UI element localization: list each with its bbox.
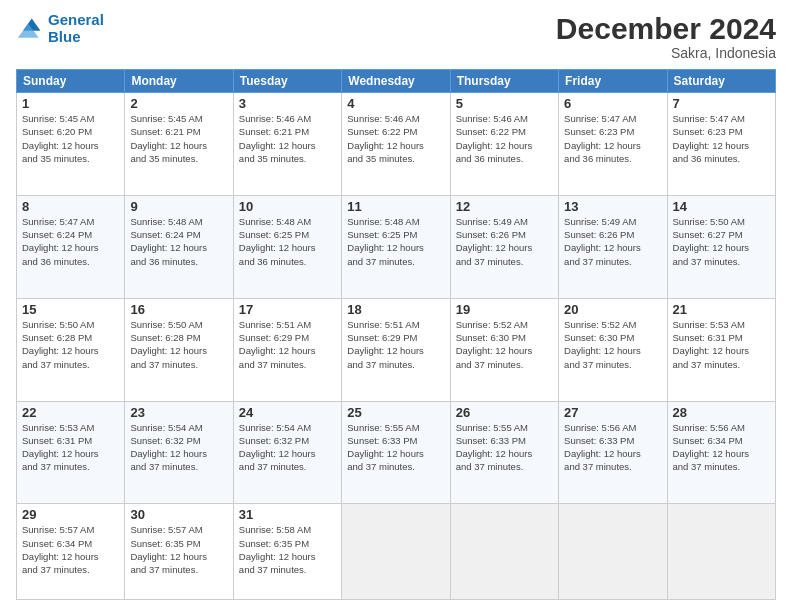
day-number: 14 [673,199,770,214]
page: General Blue December 2024 Sakra, Indone… [0,0,792,612]
col-monday: Monday [125,70,233,93]
table-row: 1Sunrise: 5:45 AM Sunset: 6:20 PM Daylig… [17,93,125,196]
day-info: Sunrise: 5:47 AM Sunset: 6:23 PM Dayligh… [673,112,770,165]
day-info: Sunrise: 5:49 AM Sunset: 6:26 PM Dayligh… [456,215,553,268]
day-info: Sunrise: 5:58 AM Sunset: 6:35 PM Dayligh… [239,523,336,576]
table-row: 7Sunrise: 5:47 AM Sunset: 6:23 PM Daylig… [667,93,775,196]
table-row: 22Sunrise: 5:53 AM Sunset: 6:31 PM Dayli… [17,401,125,504]
table-row: 20Sunrise: 5:52 AM Sunset: 6:30 PM Dayli… [559,298,667,401]
day-number: 22 [22,405,119,420]
day-info: Sunrise: 5:47 AM Sunset: 6:24 PM Dayligh… [22,215,119,268]
day-number: 6 [564,96,661,111]
day-info: Sunrise: 5:48 AM Sunset: 6:25 PM Dayligh… [347,215,444,268]
day-number: 3 [239,96,336,111]
table-row: 17Sunrise: 5:51 AM Sunset: 6:29 PM Dayli… [233,298,341,401]
day-info: Sunrise: 5:45 AM Sunset: 6:21 PM Dayligh… [130,112,227,165]
table-row: 27Sunrise: 5:56 AM Sunset: 6:33 PM Dayli… [559,401,667,504]
day-number: 5 [456,96,553,111]
day-number: 23 [130,405,227,420]
day-info: Sunrise: 5:49 AM Sunset: 6:26 PM Dayligh… [564,215,661,268]
day-number: 20 [564,302,661,317]
day-info: Sunrise: 5:55 AM Sunset: 6:33 PM Dayligh… [347,421,444,474]
day-number: 29 [22,507,119,522]
day-number: 1 [22,96,119,111]
table-row: 23Sunrise: 5:54 AM Sunset: 6:32 PM Dayli… [125,401,233,504]
day-number: 2 [130,96,227,111]
calendar-header-row: Sunday Monday Tuesday Wednesday Thursday… [17,70,776,93]
col-sunday: Sunday [17,70,125,93]
day-info: Sunrise: 5:48 AM Sunset: 6:24 PM Dayligh… [130,215,227,268]
table-row: 21Sunrise: 5:53 AM Sunset: 6:31 PM Dayli… [667,298,775,401]
day-info: Sunrise: 5:50 AM Sunset: 6:28 PM Dayligh… [130,318,227,371]
table-row: 3Sunrise: 5:46 AM Sunset: 6:21 PM Daylig… [233,93,341,196]
table-row [342,504,450,600]
day-number: 7 [673,96,770,111]
day-info: Sunrise: 5:57 AM Sunset: 6:35 PM Dayligh… [130,523,227,576]
table-row: 14Sunrise: 5:50 AM Sunset: 6:27 PM Dayli… [667,195,775,298]
day-number: 10 [239,199,336,214]
day-number: 15 [22,302,119,317]
col-wednesday: Wednesday [342,70,450,93]
main-title: December 2024 [556,12,776,45]
day-info: Sunrise: 5:46 AM Sunset: 6:21 PM Dayligh… [239,112,336,165]
day-info: Sunrise: 5:56 AM Sunset: 6:33 PM Dayligh… [564,421,661,474]
logo-text: General Blue [48,12,104,45]
day-number: 30 [130,507,227,522]
table-row: 30Sunrise: 5:57 AM Sunset: 6:35 PM Dayli… [125,504,233,600]
day-number: 13 [564,199,661,214]
title-block: December 2024 Sakra, Indonesia [556,12,776,61]
day-info: Sunrise: 5:54 AM Sunset: 6:32 PM Dayligh… [239,421,336,474]
day-number: 4 [347,96,444,111]
table-row: 8Sunrise: 5:47 AM Sunset: 6:24 PM Daylig… [17,195,125,298]
table-row: 28Sunrise: 5:56 AM Sunset: 6:34 PM Dayli… [667,401,775,504]
col-friday: Friday [559,70,667,93]
table-row: 25Sunrise: 5:55 AM Sunset: 6:33 PM Dayli… [342,401,450,504]
day-number: 8 [22,199,119,214]
table-row: 2Sunrise: 5:45 AM Sunset: 6:21 PM Daylig… [125,93,233,196]
table-row: 6Sunrise: 5:47 AM Sunset: 6:23 PM Daylig… [559,93,667,196]
day-number: 31 [239,507,336,522]
day-number: 24 [239,405,336,420]
table-row [450,504,558,600]
day-number: 17 [239,302,336,317]
table-row: 18Sunrise: 5:51 AM Sunset: 6:29 PM Dayli… [342,298,450,401]
day-info: Sunrise: 5:46 AM Sunset: 6:22 PM Dayligh… [347,112,444,165]
day-number: 11 [347,199,444,214]
day-number: 12 [456,199,553,214]
day-number: 19 [456,302,553,317]
day-info: Sunrise: 5:47 AM Sunset: 6:23 PM Dayligh… [564,112,661,165]
day-info: Sunrise: 5:57 AM Sunset: 6:34 PM Dayligh… [22,523,119,576]
day-number: 9 [130,199,227,214]
day-number: 16 [130,302,227,317]
day-number: 18 [347,302,444,317]
day-info: Sunrise: 5:52 AM Sunset: 6:30 PM Dayligh… [564,318,661,371]
table-row: 16Sunrise: 5:50 AM Sunset: 6:28 PM Dayli… [125,298,233,401]
day-info: Sunrise: 5:56 AM Sunset: 6:34 PM Dayligh… [673,421,770,474]
day-info: Sunrise: 5:50 AM Sunset: 6:28 PM Dayligh… [22,318,119,371]
table-row: 15Sunrise: 5:50 AM Sunset: 6:28 PM Dayli… [17,298,125,401]
day-info: Sunrise: 5:54 AM Sunset: 6:32 PM Dayligh… [130,421,227,474]
table-row [667,504,775,600]
day-number: 25 [347,405,444,420]
day-number: 28 [673,405,770,420]
day-number: 27 [564,405,661,420]
day-info: Sunrise: 5:53 AM Sunset: 6:31 PM Dayligh… [673,318,770,371]
day-info: Sunrise: 5:53 AM Sunset: 6:31 PM Dayligh… [22,421,119,474]
day-number: 26 [456,405,553,420]
table-row: 31Sunrise: 5:58 AM Sunset: 6:35 PM Dayli… [233,504,341,600]
table-row: 10Sunrise: 5:48 AM Sunset: 6:25 PM Dayli… [233,195,341,298]
day-info: Sunrise: 5:51 AM Sunset: 6:29 PM Dayligh… [347,318,444,371]
day-info: Sunrise: 5:45 AM Sunset: 6:20 PM Dayligh… [22,112,119,165]
day-info: Sunrise: 5:51 AM Sunset: 6:29 PM Dayligh… [239,318,336,371]
table-row: 26Sunrise: 5:55 AM Sunset: 6:33 PM Dayli… [450,401,558,504]
subtitle: Sakra, Indonesia [556,45,776,61]
col-thursday: Thursday [450,70,558,93]
table-row: 11Sunrise: 5:48 AM Sunset: 6:25 PM Dayli… [342,195,450,298]
header: General Blue December 2024 Sakra, Indone… [16,12,776,61]
table-row: 19Sunrise: 5:52 AM Sunset: 6:30 PM Dayli… [450,298,558,401]
day-info: Sunrise: 5:50 AM Sunset: 6:27 PM Dayligh… [673,215,770,268]
day-info: Sunrise: 5:52 AM Sunset: 6:30 PM Dayligh… [456,318,553,371]
col-tuesday: Tuesday [233,70,341,93]
calendar-table: Sunday Monday Tuesday Wednesday Thursday… [16,69,776,600]
table-row: 29Sunrise: 5:57 AM Sunset: 6:34 PM Dayli… [17,504,125,600]
